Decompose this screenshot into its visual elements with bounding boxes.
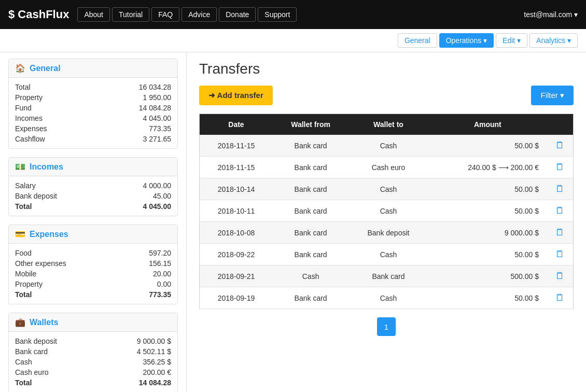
edit-icon[interactable]: 🗒: [555, 205, 565, 216]
cell-date: 2018-10-08: [200, 222, 273, 244]
edit-icon[interactable]: 🗒: [555, 184, 565, 194]
cell-date: 2018-09-19: [200, 287, 273, 309]
list-item: Bank card4 502.11 $: [15, 346, 171, 357]
nav-advice[interactable]: Advice: [182, 7, 217, 22]
nav-about[interactable]: About: [77, 7, 110, 22]
sidebar: 🏠 General Total16 034.28 Property1 950.0…: [0, 52, 187, 391]
table-row: 2018-09-22 Bank card Cash 50.00 $ 🗒: [200, 244, 574, 265]
subnav-general[interactable]: General: [398, 33, 437, 48]
table-row: 2018-10-08 Bank card Bank deposit 9 000.…: [200, 222, 574, 244]
cell-wallet-from: Bank card: [273, 157, 348, 178]
toolbar: ➜ Add transfer Filter: [199, 86, 574, 105]
page-title: Transfers: [199, 61, 574, 77]
sidebar-expenses-title: 💳 Expenses: [9, 225, 177, 244]
cell-wallet-to: Cash: [348, 244, 428, 265]
sidebar-expenses-label: Expenses: [30, 230, 68, 239]
table-row: 2018-10-11 Bank card Cash 50.00 $ 🗒: [200, 200, 574, 222]
subnav-edit[interactable]: Edit: [496, 33, 527, 48]
col-wallet-to: Wallet to: [348, 114, 428, 135]
sidebar-incomes-section: 💵 Incomes Salary4 000.00 Bank deposit45.…: [8, 157, 178, 216]
list-item: Food597.20: [15, 248, 171, 258]
edit-icon[interactable]: 🗒: [555, 292, 565, 303]
list-item: Salary4 000.00: [15, 180, 171, 191]
list-item: Cash356.25 $: [15, 357, 171, 367]
cell-amount: 50.00 $: [428, 244, 547, 265]
edit-icon[interactable]: 🗒: [555, 249, 565, 259]
edit-icon[interactable]: 🗒: [555, 162, 565, 172]
cell-date: 2018-11-15: [200, 157, 273, 178]
cell-amount: 9 000.00 $: [428, 222, 547, 244]
nav-faq[interactable]: FAQ: [151, 7, 179, 22]
sidebar-wallets-rows: Bank deposit9 000.00 $ Bank card4 502.11…: [9, 332, 177, 391]
table-row: 2018-10-14 Bank card Cash 50.00 $ 🗒: [200, 178, 574, 200]
expenses-total-row: Total773.35: [15, 289, 171, 300]
home-icon: 🏠: [15, 63, 25, 73]
cell-wallet-to: Bank card: [348, 265, 428, 287]
list-item: Bank deposit45.00: [15, 191, 171, 201]
edit-icon[interactable]: 🗒: [555, 227, 565, 237]
page-1-button[interactable]: 1: [377, 317, 396, 336]
table-row: 2018-11-15 Bank card Cash euro 240.00 $ …: [200, 157, 574, 178]
subnav-analytics[interactable]: Analytics: [529, 33, 578, 48]
list-item: Incomes4 045.00: [15, 113, 171, 123]
sidebar-general-title: 🏠 General: [9, 59, 177, 78]
edit-icon[interactable]: 🗒: [555, 140, 565, 150]
cell-action[interactable]: 🗒: [547, 200, 574, 222]
sidebar-wallets-title: 💼 Wallets: [9, 313, 177, 332]
subnav-operations[interactable]: Operations: [439, 33, 494, 48]
cell-action[interactable]: 🗒: [547, 244, 574, 265]
cell-wallet-from: Bank card: [273, 222, 348, 244]
transfers-table: Date Wallet from Wallet to Amount 2018-1…: [199, 114, 574, 309]
edit-icon[interactable]: 🗒: [555, 271, 565, 281]
table-row: 2018-09-19 Bank card Cash 50.00 $ 🗒: [200, 287, 574, 309]
list-item: Property1 950.00: [15, 92, 171, 103]
cell-action[interactable]: 🗒: [547, 135, 574, 157]
list-item: Expenses773.35: [15, 123, 171, 134]
cell-wallet-to: Cash: [348, 287, 428, 309]
sidebar-general-rows: Total16 034.28 Property1 950.00 Fund14 0…: [9, 78, 177, 148]
cell-wallet-to: Cash euro: [348, 157, 428, 178]
sidebar-incomes-label: Incomes: [30, 162, 63, 172]
cell-wallet-from: Bank card: [273, 178, 348, 200]
cell-action[interactable]: 🗒: [547, 157, 574, 178]
nav-donate[interactable]: Donate: [219, 7, 256, 22]
table-row: 2018-11-15 Bank card Cash 50.00 $ 🗒: [200, 135, 574, 157]
cell-amount: 240.00 $ ⟶ 200.00 €: [428, 157, 547, 178]
navbar: $ CashFlux About Tutorial FAQ Advice Don…: [0, 0, 586, 29]
wallets-total-row: Total14 084.28: [15, 377, 171, 388]
cell-date: 2018-09-21: [200, 265, 273, 287]
cell-action[interactable]: 🗒: [547, 287, 574, 309]
list-item: Cashflow3 271.65: [15, 134, 171, 144]
nav-tutorial[interactable]: Tutorial: [112, 7, 149, 22]
subnav: General Operations Edit Analytics: [0, 29, 586, 52]
brand-name: CashFlux: [18, 8, 69, 21]
sidebar-wallets-section: 💼 Wallets Bank deposit9 000.00 $ Bank ca…: [8, 313, 178, 391]
cell-action[interactable]: 🗒: [547, 178, 574, 200]
col-amount: Amount: [428, 114, 547, 135]
user-menu[interactable]: test@mail.com: [524, 10, 578, 19]
filter-button[interactable]: Filter: [531, 86, 574, 105]
sidebar-expenses-section: 💳 Expenses Food597.20 Other expenses156.…: [8, 225, 178, 304]
cell-wallet-from: Bank card: [273, 244, 348, 265]
cell-amount: 50.00 $: [428, 200, 547, 222]
add-transfer-button[interactable]: ➜ Add transfer: [199, 86, 273, 105]
nav-support[interactable]: Support: [258, 7, 297, 22]
main-layout: 🏠 General Total16 034.28 Property1 950.0…: [0, 52, 586, 391]
nav-links: About Tutorial FAQ Advice Donate Support: [77, 7, 524, 22]
sidebar-incomes-rows: Salary4 000.00 Bank deposit45.00 Total4 …: [9, 176, 177, 216]
list-item: Cash euro200.00 €: [15, 367, 171, 377]
cell-wallet-from: Bank card: [273, 287, 348, 309]
list-item: Other expenses156.15: [15, 258, 171, 269]
col-actions: [547, 114, 574, 135]
cell-action[interactable]: 🗒: [547, 222, 574, 244]
sidebar-incomes-title: 💵 Incomes: [9, 158, 177, 176]
expenses-icon: 💳: [15, 229, 25, 239]
cell-amount: 50.00 $: [428, 135, 547, 157]
cell-amount: 500.00 $: [428, 265, 547, 287]
sidebar-expenses-rows: Food597.20 Other expenses156.15 Mobile20…: [9, 244, 177, 304]
incomes-total-row: Total4 045.00: [15, 201, 171, 212]
list-item: Property0.00: [15, 279, 171, 289]
cell-action[interactable]: 🗒: [547, 265, 574, 287]
col-wallet-from: Wallet from: [273, 114, 348, 135]
sidebar-general-section: 🏠 General Total16 034.28 Property1 950.0…: [8, 59, 178, 149]
